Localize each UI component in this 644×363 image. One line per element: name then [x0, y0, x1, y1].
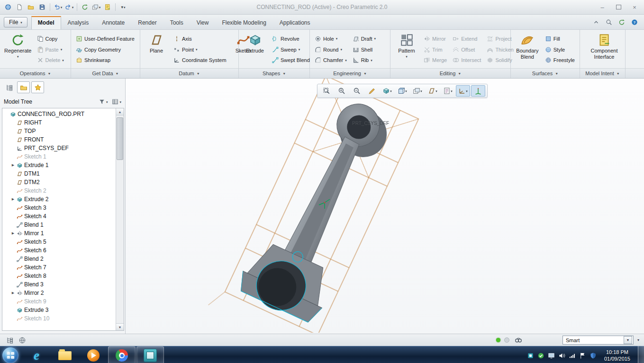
tree-item[interactable]: ▶Extrude 2 — [3, 195, 116, 204]
scrollbar-thumb[interactable] — [117, 117, 123, 160]
group-label-model-intent[interactable]: Model Intent▼ — [580, 68, 625, 78]
display-settings-button[interactable] — [548, 352, 555, 359]
boundary-blend-button[interactable]: Boundary Blend — [514, 32, 541, 67]
start-button[interactable] — [2, 347, 18, 363]
group-label-get-data[interactable]: Get Data▼ — [71, 68, 140, 78]
tab-analysis[interactable]: Analysis — [61, 16, 96, 29]
tab-flexible-modeling[interactable]: Flexible Modeling — [215, 16, 272, 29]
creo-taskbar-button[interactable] — [136, 346, 164, 363]
window-arrange-button[interactable]: ▾ — [91, 2, 101, 12]
style-button[interactable]: Style — [543, 46, 577, 53]
dropdown-arrow[interactable]: ▾ — [371, 59, 372, 62]
pattern-button[interactable]: Pattern ▾ — [393, 32, 420, 67]
chamfer-button[interactable]: Chamfer▾ — [313, 56, 349, 64]
group-label-editing[interactable]: Editing▼ — [390, 68, 510, 78]
regenerate-quick-button[interactable] — [80, 2, 90, 12]
dropdown-arrow[interactable]: ▾ — [61, 48, 63, 51]
hole-button[interactable]: Hole▾ — [313, 35, 349, 43]
volume-button[interactable] — [558, 352, 565, 359]
dropdown-arrow[interactable]: ▾ — [340, 48, 342, 51]
tree-columns-button[interactable]: ▾ — [111, 97, 122, 106]
datum-display-button[interactable]: ▾ — [426, 85, 440, 97]
taskbar-clock[interactable]: 10:18 PM 01/09/2015 — [604, 349, 630, 363]
window-new-button[interactable] — [102, 2, 113, 12]
mirror-button[interactable]: Mirror — [422, 35, 449, 43]
find-button[interactable] — [513, 336, 524, 345]
draft-button[interactable]: Draft▾ — [351, 35, 378, 43]
tree-item[interactable]: CONNECTING_ROD.PRT — [3, 110, 116, 118]
close-button[interactable]: × — [628, 3, 641, 11]
tree-item[interactable]: Sketch 10 — [3, 314, 116, 323]
shrinkwrap-button[interactable]: Shrinkwrap — [74, 56, 136, 64]
open-file-button[interactable] — [26, 2, 36, 12]
tree-item[interactable]: DTM2 — [3, 178, 116, 186]
group-label-engineering[interactable]: Engineering▼ — [310, 68, 390, 78]
refit-button[interactable] — [319, 85, 334, 97]
plane-button[interactable]: Plane — [143, 32, 170, 67]
dropdown-arrow[interactable]: ▾ — [336, 37, 338, 40]
action-center-flag-button[interactable] — [579, 352, 586, 359]
sync-button[interactable] — [617, 18, 626, 27]
view-manager-button[interactable]: ▾ — [410, 85, 425, 97]
favorites-button[interactable] — [31, 81, 44, 93]
search-commands-button[interactable] — [604, 18, 614, 27]
tree-filters-button[interactable]: ▾ — [98, 97, 109, 106]
axis-button[interactable]: Axis — [172, 35, 228, 43]
spin-center-button[interactable] — [471, 85, 485, 97]
tree-item[interactable]: Sketch 9 — [3, 297, 116, 306]
sweep-button[interactable]: Sweep▾ — [270, 46, 312, 53]
rib-button[interactable]: Rib▾ — [351, 56, 378, 64]
dropdown-arrow[interactable]: ▾ — [406, 55, 408, 58]
tree-item[interactable]: RIGHT — [3, 118, 116, 127]
zoom-out-button[interactable] — [350, 85, 364, 97]
redo-button[interactable]: ▾ — [64, 2, 74, 12]
updates-ready-button[interactable] — [537, 352, 544, 359]
tab-model[interactable]: Model — [31, 16, 61, 29]
round-button[interactable]: Round▾ — [313, 46, 349, 53]
customize-menu-button[interactable]: ▾▾ — [118, 2, 128, 12]
security-shield-button[interactable] — [590, 352, 597, 359]
maximize-button[interactable] — [612, 3, 625, 11]
internet-explorer-taskbar-button[interactable]: e — [23, 346, 50, 363]
selection-filter-dropdown[interactable]: Smart ▼ — [562, 336, 634, 345]
tab-render[interactable]: Render — [131, 16, 163, 29]
tab-applications[interactable]: Applications — [273, 16, 317, 29]
delete-button[interactable]: Delete▾ — [35, 56, 66, 64]
intersect-button[interactable]: Intersect — [451, 56, 483, 64]
tree-item[interactable]: ▶Mirror 2 — [3, 289, 116, 297]
freestyle-button[interactable]: Freestyle — [543, 56, 577, 64]
regenerate-button[interactable]: Regenerate ▾ — [3, 32, 33, 67]
save-button[interactable] — [37, 2, 47, 12]
folder-browser-button[interactable] — [17, 81, 30, 93]
tree-item[interactable]: Sketch 4 — [3, 212, 116, 221]
tree-item[interactable]: ▶Extrude 1 — [3, 161, 116, 169]
user-defined-feature-button[interactable]: User-Defined Feature — [74, 35, 136, 43]
tree-item[interactable]: Sketch 8 — [3, 272, 116, 280]
tree-item[interactable]: Blend 2 — [3, 255, 116, 263]
offset-button[interactable]: Offset — [451, 46, 483, 53]
graphics-area[interactable]: ▾▾▾▾▾▾ — [125, 79, 644, 334]
network-button[interactable] — [569, 352, 576, 359]
filter-extra-dropdown[interactable]: ▾ — [637, 338, 639, 342]
web-browser-toggle-button[interactable] — [17, 336, 27, 345]
copy-geometry-button[interactable]: Copy Geometry — [74, 46, 136, 53]
scroll-down-button[interactable]: ▼ — [116, 323, 124, 330]
help-button[interactable] — [630, 18, 639, 27]
tree-item[interactable]: PRT_CSYS_DEF — [3, 144, 116, 152]
point-button[interactable]: Point▾ — [172, 46, 228, 53]
tab-annotate[interactable]: Annotate — [95, 16, 131, 29]
revolve-button[interactable]: Revolve — [270, 35, 312, 43]
navigator-toggle-button[interactable] — [5, 336, 15, 345]
media-player-taskbar-button[interactable] — [80, 346, 107, 363]
group-label-shapes[interactable]: Shapes▼ — [239, 68, 309, 78]
tree-item[interactable]: Extrude 3 — [3, 306, 116, 314]
tree-item[interactable]: Sketch 2 — [3, 186, 116, 195]
annotation-display-button[interactable]: ▾ — [441, 85, 455, 97]
saved-orientations-button[interactable]: ▾ — [395, 85, 409, 97]
dropdown-arrow[interactable]: ▾ — [374, 37, 376, 40]
swept-blend-button[interactable]: Swept Blend — [270, 56, 312, 64]
merge-button[interactable]: Merge — [422, 56, 449, 64]
copy-button[interactable]: Copy — [35, 35, 66, 43]
dropdown-arrow[interactable]: ▾ — [62, 59, 64, 62]
shell-button[interactable]: Shell — [351, 46, 378, 53]
